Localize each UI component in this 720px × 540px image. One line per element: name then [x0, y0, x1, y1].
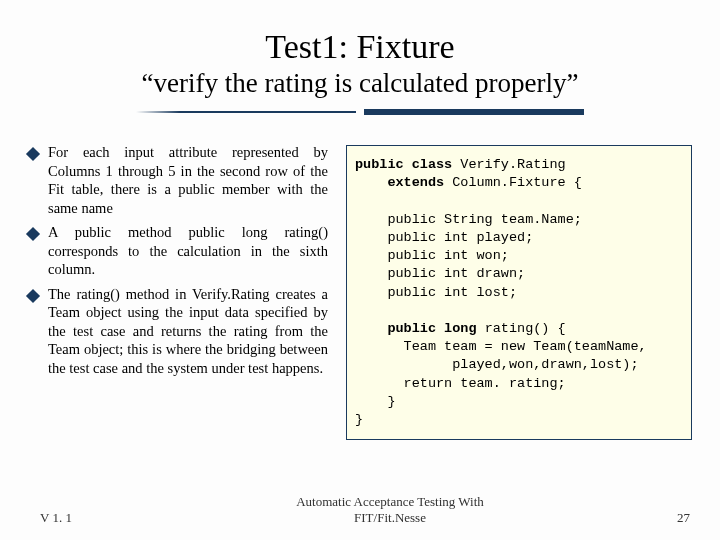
title-block: Test1: Fixture “verify the rating is cal… [0, 0, 720, 123]
code-text: public int drawn; [355, 266, 525, 281]
underline-thick [364, 109, 584, 115]
footer-page-number: 27 [640, 510, 720, 526]
code-text: Verify.Rating [452, 157, 565, 172]
diamond-icon [26, 147, 40, 161]
bullet-text: A public method public long rating() cor… [48, 223, 328, 279]
slide-subtitle: “verify the rating is calculated properl… [0, 68, 720, 99]
code-block: public class Verify.Rating extends Colum… [346, 145, 692, 440]
code-text: public int played; [355, 230, 533, 245]
content-row: For each input attribute represented by … [0, 123, 720, 440]
bullet-text: The rating() method in Verify.Rating cre… [48, 285, 328, 378]
footer-version: V 1. 1 [0, 510, 140, 526]
code-keyword: public long [355, 321, 477, 336]
footer-line1: Automatic Acceptance Testing With [296, 494, 484, 509]
code-text: public String team.Name; [355, 212, 582, 227]
code-text: public int won; [355, 248, 509, 263]
code-text: } [355, 412, 363, 427]
code-text: Team team = new Team(teamName, [355, 339, 647, 354]
code-keyword: public class [355, 157, 452, 172]
list-item: The rating() method in Verify.Rating cre… [28, 285, 328, 378]
code-text: Column.Fixture { [444, 175, 582, 190]
slide-title: Test1: Fixture [0, 28, 720, 66]
code-text: rating() { [477, 321, 566, 336]
footer: V 1. 1 Automatic Acceptance Testing With… [0, 494, 720, 527]
diamond-icon [26, 227, 40, 241]
bullet-text: For each input attribute represented by … [48, 143, 328, 217]
footer-caption: Automatic Acceptance Testing With FIT/Fi… [140, 494, 640, 527]
list-item: A public method public long rating() cor… [28, 223, 328, 279]
footer-line2: FIT/Fit.Nesse [354, 510, 426, 525]
diamond-icon [26, 289, 40, 303]
code-keyword: extends [355, 175, 444, 190]
code-text: played,won,drawn,lost); [355, 357, 639, 372]
title-underline [0, 109, 720, 115]
underline-thin [136, 111, 356, 113]
code-text: } [355, 394, 396, 409]
list-item: For each input attribute represented by … [28, 143, 328, 217]
bullet-list: For each input attribute represented by … [28, 143, 328, 440]
code-text: public int lost; [355, 285, 517, 300]
code-text: return team. rating; [355, 376, 566, 391]
